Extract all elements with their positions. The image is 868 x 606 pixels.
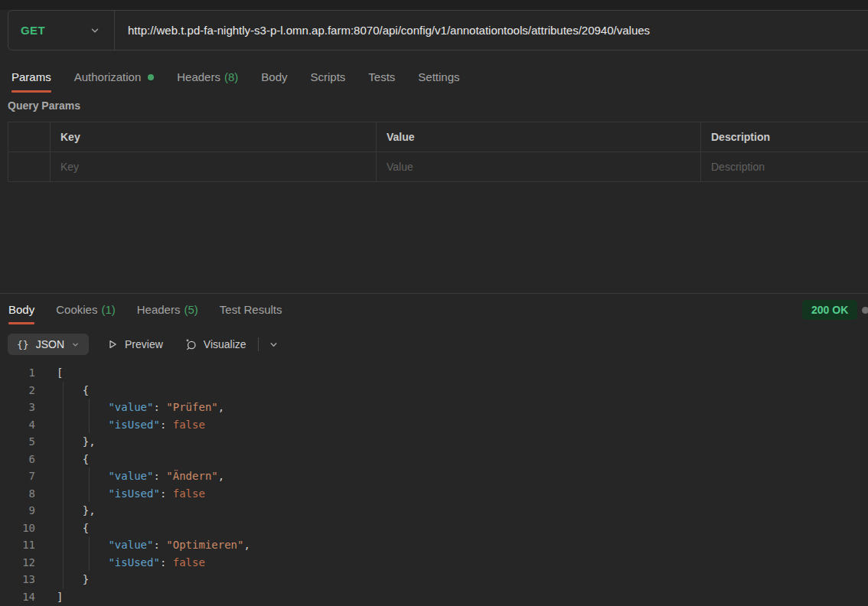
code-token [57, 522, 83, 534]
line-number: 4 [0, 416, 35, 434]
code-text: { [57, 451, 89, 468]
line-number: 6 [0, 451, 35, 468]
tab-headers[interactable]: Headers(8) [177, 61, 238, 93]
column-header-description: Description [701, 122, 868, 152]
code-line: 8 "isUsed": false [0, 485, 868, 503]
param-description-input[interactable]: Description [701, 152, 868, 182]
status-badge: 200 OK [802, 300, 857, 320]
code-line: 4 "isUsed": false [0, 416, 868, 434]
code-token [57, 419, 108, 431]
code-token: , [243, 539, 250, 551]
code-token [57, 470, 108, 482]
rest-client-window: { "request": { "method": "GET", "url": "… [0, 0, 868, 606]
query-params-table: KeyValueDescriptionKeyValueDescription [8, 122, 868, 182]
param-value-input[interactable]: Value [377, 152, 701, 182]
line-number: 2 [0, 382, 35, 399]
tab-body[interactable]: Body [261, 61, 287, 93]
tab-authorization[interactable]: Authorization [74, 61, 155, 93]
active-tab-underline [11, 90, 51, 93]
code-token: : [153, 539, 166, 551]
code-token: false [173, 556, 205, 569]
format-dropdown[interactable]: {} JSON [8, 334, 89, 355]
code-text: "value": "Optimieren", [57, 536, 250, 554]
response-tabs: BodyCookies(1)Headers(5)Test Results [8, 294, 282, 324]
code-token: "Ändern" [166, 470, 217, 482]
method-dropdown[interactable]: GET [8, 11, 114, 50]
indent-guide [89, 399, 90, 433]
code-token: "value" [108, 401, 153, 413]
tab-body-label: Body [261, 70, 287, 83]
param-select-header-cell [8, 122, 51, 152]
code-token [57, 487, 108, 500]
code-text: [ [57, 364, 63, 382]
active-tab-underline [8, 322, 34, 324]
code-token: : [153, 470, 166, 482]
indent-guide [89, 468, 90, 502]
line-number: 9 [0, 502, 35, 520]
code-token: } [83, 573, 89, 585]
code-token: : [160, 556, 173, 569]
response-tab-headers-count: (5) [184, 303, 197, 316]
code-line: 13 } [0, 571, 868, 588]
preview-button[interactable]: Preview [107, 338, 163, 350]
url-input[interactable]: http://web.t.pd-fa-nightly-s3-p-l.omn.ap… [128, 24, 650, 37]
tab-scripts[interactable]: Scripts [311, 61, 346, 93]
response-tab-test-results[interactable]: Test Results [220, 294, 282, 324]
tab-tests-label: Tests [368, 70, 395, 83]
line-number: 5 [0, 433, 35, 451]
code-line: 12 "isUsed": false [0, 554, 868, 572]
line-number: 1 [0, 364, 35, 382]
code-line: 9 }, [0, 502, 868, 520]
tab-settings-label: Settings [418, 70, 459, 83]
code-token: , [218, 401, 224, 413]
window-top-band [0, 0, 868, 10]
code-line: 1[ [0, 364, 868, 382]
tab-settings[interactable]: Settings [418, 61, 459, 93]
response-meta-dot [862, 307, 868, 314]
tab-tests[interactable]: Tests [368, 61, 395, 93]
code-token [57, 384, 83, 396]
code-token [57, 401, 108, 413]
code-token: : [160, 419, 173, 431]
code-token: "value" [108, 539, 153, 551]
code-text: { [57, 382, 89, 399]
code-line: 2 { [0, 382, 868, 399]
chevron-down-icon[interactable] [269, 340, 279, 350]
code-text: "isUsed": false [57, 485, 205, 503]
code-text: "value": "Prüfen", [57, 399, 224, 416]
chevron-down-icon [71, 340, 80, 349]
code-token: "isUsed" [108, 419, 159, 431]
line-number: 3 [0, 399, 35, 416]
response-tab-body[interactable]: Body [8, 294, 34, 324]
request-tabs: ParamsAuthorizationHeaders(8)BodyScripts… [11, 61, 460, 93]
line-number: 8 [0, 485, 35, 503]
code-token: , [218, 470, 224, 482]
code-line: 3 "value": "Prüfen", [0, 399, 868, 416]
tab-params[interactable]: Params [11, 61, 51, 93]
code-token [57, 539, 108, 551]
code-text: "isUsed": false [57, 416, 205, 434]
response-tab-body-label: Body [8, 303, 34, 316]
query-params-title: Query Params [8, 99, 80, 112]
response-body-code: 1[2 {3 "value": "Prüfen",4 "isUsed": fal… [0, 364, 868, 606]
line-number: 13 [0, 571, 35, 588]
code-line: 5 }, [0, 433, 868, 451]
code-token: ] [57, 591, 63, 603]
code-token: }, [83, 504, 96, 516]
code-token: "value" [108, 470, 153, 482]
code-token [57, 504, 83, 516]
code-token: "isUsed" [108, 556, 159, 569]
param-select-cell [8, 152, 51, 182]
code-token: false [173, 487, 205, 500]
visualize-button[interactable]: Visualize [184, 338, 246, 350]
code-text: "value": "Ändern", [57, 468, 224, 485]
chevron-down-icon [90, 25, 100, 36]
line-number: 7 [0, 468, 35, 485]
response-tab-cookies[interactable]: Cookies(1) [56, 294, 116, 324]
param-key-input[interactable]: Key [51, 152, 377, 182]
line-number: 14 [0, 588, 35, 606]
method-label: GET [21, 24, 45, 37]
response-tab-cookies-label: Cookies [56, 303, 97, 316]
response-tab-headers[interactable]: Headers(5) [137, 294, 198, 324]
toolbar-separator [258, 337, 259, 351]
